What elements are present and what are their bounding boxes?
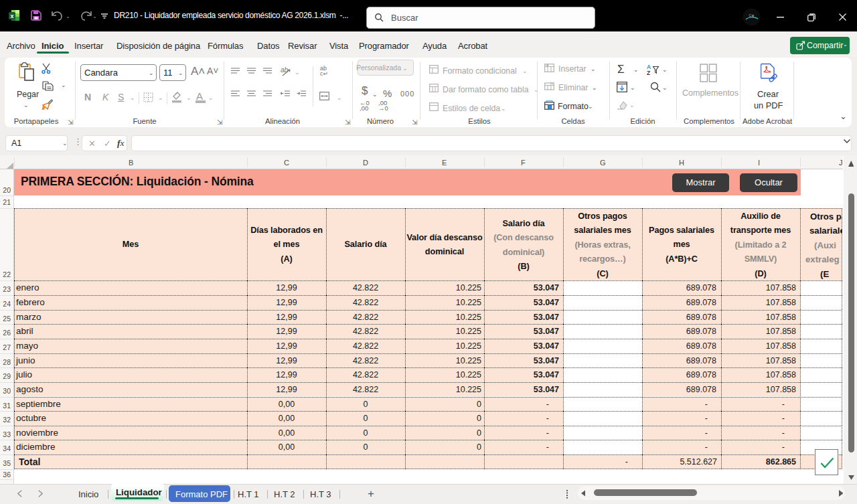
svg-text:x: x bbox=[10, 13, 13, 19]
svg-text:ab: ab bbox=[281, 66, 289, 74]
svg-text:Z: Z bbox=[647, 70, 650, 76]
svg-text:C⊕: C⊕ bbox=[749, 13, 755, 17]
